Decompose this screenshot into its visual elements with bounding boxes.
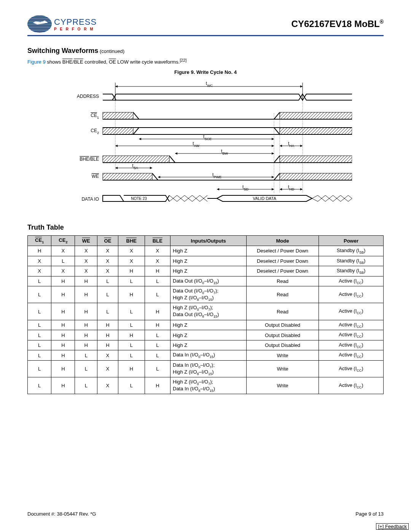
header-rule [27,35,384,36]
truth-header-1: CE2 [51,236,75,246]
signal-ce1: CE1 [91,113,99,120]
svg-rect-14 [280,156,352,163]
signal-we: WE [92,174,99,179]
signal-address: ADDRESS [77,94,99,99]
page-title: CY62167EV18 MoBL® [292,19,384,29]
table-row: LHLXLLData In (I/O0–I/O15)WriteActive (I… [28,350,384,361]
intro-text: Figure 9 shows BHE/BLE controlled, OE LO… [27,58,384,65]
table-row: XLXXXXHigh ZDeselect / Power DownStandby… [28,256,384,266]
table-row: LHHHHLHigh ZOutput DisabledActive (ICC) [28,330,384,340]
table-row: LHHHLHHigh ZOutput DisabledActive (ICC) [28,320,384,330]
table-row: LHLXLHHigh Z (I/O0–I/O7);Data In (I/O8–I… [28,377,384,394]
svg-rect-18 [103,173,152,180]
table-row: LHHLLHHigh Z (I/O0–I/O7);Data Out (I/O8–… [28,303,384,320]
signal-data-io: DATA IO [81,197,99,202]
t-bw-label: tBW [221,149,228,155]
truth-header-5: BLE [145,236,170,246]
t-sce-label: tSCE [203,134,212,141]
truth-header-2: WE [75,236,97,246]
doc-number: Document #: 38-05447 Rev. *G [27,511,96,517]
logo-perform: P E R F O R M [54,27,97,31]
truth-table-heading: Truth Table [27,224,384,232]
cypress-globe-icon [27,15,52,33]
t-sa-label: tSA [132,163,138,170]
truth-header-3: OE [97,236,118,246]
page-number: Page 9 of 13 [355,511,384,517]
truth-header-4: BHE [118,236,145,246]
svg-rect-7 [280,128,352,134]
table-row: LHHLLLData Out (I/O0–I/O15)ReadActive (I… [28,276,384,286]
page-footer: Document #: 38-05447 Rev. *G Page 9 of 1… [27,511,384,517]
truth-header-8: Power [319,236,384,246]
t-pwe-label: tPWE [212,172,221,179]
svg-rect-13 [103,156,169,163]
table-row: LHHHLLHigh ZOutput DisabledActive (ICC) [28,340,384,350]
svg-rect-3 [103,112,133,119]
logo: CYPRESS P E R F O R M [27,15,97,33]
truth-header-7: Mode [247,236,319,246]
table-row: XXXXHHHigh ZDeselect / Power DownStandby… [28,266,384,276]
logo-name: CYPRESS [54,17,97,27]
feedback-button[interactable]: [+] Feedback [376,523,409,530]
section-heading: Switching Waveforms (continued) [27,47,384,55]
t-aw-label: tAW [193,141,199,148]
svg-rect-4 [280,112,352,119]
t-ha-label: tHA [288,141,294,148]
table-row: LHLXHLData In (I/O0–I/O7);High Z (I/O8–I… [28,361,384,377]
page-header: CYPRESS P E R F O R M CY62167EV18 MoBL® [27,15,384,33]
signal-ce2: CE2 [91,128,99,135]
timing-diagram: ADDRESS CE1 CE2 BHE/BLE WE DATA IO tWC t… [59,79,352,208]
truth-table: CE1CE2WEOEBHEBLEInputs/OutputsModePower … [27,235,384,394]
signal-bhe-ble: BHE/BLE [80,157,99,162]
truth-header-6: Inputs/Outputs [170,236,247,246]
valid-data-label: VALID DATA [253,196,276,201]
truth-header-0: CE1 [28,236,51,246]
note23-label: NOTE 23 [131,197,147,201]
svg-rect-19 [280,173,352,180]
t-hd-label: tHD [288,184,295,191]
table-row: HXXXXXHigh ZDeselect / Power DownStandby… [28,246,384,256]
t-wc-label: tWC [206,81,213,88]
figure-link[interactable]: Figure 9 [27,59,46,65]
t-sd-label: tSD [242,184,249,191]
svg-rect-6 [103,128,133,134]
figure-caption: Figure 9. Write Cycle No. 4 [27,69,384,75]
table-row: LHHLHLData Out (I/O0–I/O7);High Z (I/O8–… [28,286,384,303]
